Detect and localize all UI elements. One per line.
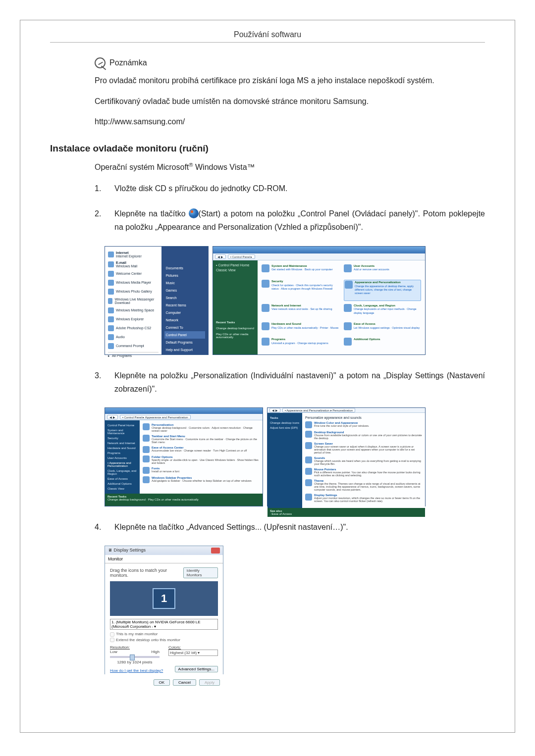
cp-cat-add: Additional Options <box>354 338 380 341</box>
cp-recent-2: Play CDs or other media automatically <box>216 333 255 339</box>
start-icon <box>189 208 199 218</box>
cp-cat-ease-sub: Let Windows suggest settings · Optimize … <box>354 326 420 330</box>
start-welcome: Welcome Center <box>116 272 142 275</box>
pers-r-mouse-sub: Pick a different mouse pointer. You can … <box>314 471 421 477</box>
pers-r-ss-sub: Change your screen saver or adjust when … <box>314 445 415 454</box>
pers-side-sec: Security <box>107 436 137 441</box>
close-icon <box>211 548 220 554</box>
ds-res-high: High <box>152 650 160 654</box>
pers-side-clock: Clock, Language, and Region <box>107 468 137 476</box>
start-recent: Recent Items <box>164 302 205 309</box>
step-3-number: 3. <box>95 369 105 396</box>
step-3-text: Klepněte na položku „Personalization (In… <box>114 369 485 396</box>
ds-chk-main-label: This is my main monitor <box>116 632 158 636</box>
pers-item-fonts-sub: Install or remove a font <box>152 470 179 473</box>
pers-foot-r1: Change desktop background <box>107 498 146 501</box>
ds-monitor-select: 1. (Multiple Monitors) on NVIDIA GeForce… <box>110 619 218 630</box>
ds-res-slider <box>110 656 160 658</box>
start-pics: Pictures <box>164 272 205 279</box>
pers-r-bg-sub: Choose from available backgrounds or col… <box>314 434 422 440</box>
start-connect: Connect To <box>164 324 205 331</box>
pers-item-ease-sub: Accommodate low vision · Change screen r… <box>152 449 247 452</box>
step-4-text: Klepněte na tlačítko „Advanced Settings.… <box>114 520 485 534</box>
ds-chk-extend-label: Extend the desktop onto this monitor <box>116 638 180 642</box>
start-internet-sub: Internet Explorer <box>116 254 142 258</box>
cp-cat-appear-highlight: Appearance and Personalization <box>355 281 401 284</box>
page-title: Používání softwaru <box>50 30 485 43</box>
pers-side-net: Network and Internet <box>107 441 137 446</box>
pers-side-home: Control Panel Home <box>107 423 137 428</box>
step-2-number: 2. <box>95 207 105 234</box>
cp-recent-1: Change desktop background <box>216 327 255 330</box>
screenshot-personalization: ◀ ▶▪ Appearance and Personalization ▸ Pe… <box>267 407 426 506</box>
pers-side-sys: System and Maintenance <box>107 428 137 436</box>
pers-item-task-sub: Customize the Start menu · Customize ico… <box>152 438 257 444</box>
pers-side-user: User Accounts <box>107 455 137 460</box>
ds-ok-button: OK <box>154 679 170 686</box>
step-4-number: 4. <box>95 520 105 534</box>
cp-cat-appear-sub: Change the appearance of desktop theme, … <box>355 285 420 295</box>
note-icon <box>95 57 106 68</box>
cp-address: Control Panel <box>232 255 250 258</box>
start-cp-highlight: Control Panel <box>164 331 205 339</box>
cp-cat-clock: Clock, Language, and Region <box>354 304 395 307</box>
ds-chk-extend <box>110 638 114 642</box>
ds-col-value: Highest (32 bit) <box>170 651 197 655</box>
start-help: Help and Support <box>164 346 205 353</box>
step-1-number: 1. <box>95 182 105 195</box>
start-gallery: Windows Photo Gallery <box>116 290 152 293</box>
start-search: Search <box>164 294 205 302</box>
cp-cat-user-sub: Add or remove user accounts <box>354 268 389 271</box>
start-email-sub: Windows Mail <box>116 264 137 268</box>
pers-side-prog: Programs <box>107 451 137 455</box>
pers-r-theme-sub: Change the theme. Themes can change a wi… <box>314 482 421 491</box>
pers-r-sound-sub: Change which sounds are heard when you d… <box>314 459 421 465</box>
pers-foot-r2: Play CDs or other media automatically <box>148 498 199 501</box>
cp-recent-head: Recent Tasks <box>216 321 235 324</box>
cp-cat-sys: System and Maintenance <box>271 264 307 267</box>
cp-cat-user: User Accounts <box>354 264 374 267</box>
start-all: All Programs <box>112 354 132 357</box>
screenshot-start-menu: InternetInternet Explorer E-mailWindows … <box>105 246 209 355</box>
ds-apply-button: Apply <box>199 679 220 686</box>
cp-side-home: Control Panel Home <box>218 263 249 267</box>
step-2-text: Klepněte na tlačítko (Start) a potom na … <box>114 207 485 234</box>
section-heading: Instalace ovladače monitoru (ruční) <box>50 143 485 154</box>
cp-cat-sec: Security <box>271 280 283 283</box>
pers-tasks: Tasks <box>270 416 278 419</box>
os-suffix: Windows Vista™ <box>193 163 255 171</box>
pers-side-appear: Appearance and Personalization <box>107 461 131 467</box>
note-label: Poznámka <box>109 58 147 67</box>
start-cmd: Command Prompt <box>116 344 144 348</box>
note-url: http://www.samsung.com/ <box>95 115 485 128</box>
start-docs: Documents <box>164 264 205 272</box>
cp-cat-hw-sub: Play CDs or other media automatically · … <box>271 326 338 330</box>
ds-monitor-1: 1 <box>153 588 175 609</box>
cp-cat-clock-sub: Change keyboards or other input methods … <box>354 307 421 314</box>
ds-chk-main <box>110 632 114 637</box>
ds-cancel-button: Cancel <box>173 679 196 686</box>
note-paragraph-1: Pro ovladač monitoru probíhá certifikace… <box>95 74 485 87</box>
pers-item-pers-sub: Change desktop background · Customize co… <box>152 426 253 432</box>
cp-side-classic: Classic View <box>216 268 255 272</box>
start-network: Network <box>164 316 205 324</box>
start-internet: Internet <box>116 251 129 254</box>
screenshot-appearance-personalization: ◀ ▶▪ Control Panel ▸ Appearance and Pers… <box>105 407 263 506</box>
pers-r-color-sub: Fine tune the color and style of your wi… <box>314 424 370 427</box>
ds-col-label: Colors: <box>168 645 181 650</box>
start-wmp: Windows Media Player <box>116 281 151 284</box>
ds-res-label: Resolution: <box>110 645 130 650</box>
ds-res-low: Low <box>110 650 117 654</box>
os-prefix: Operační systém Microsoft <box>95 163 189 171</box>
start-explorer: Windows Explorer <box>116 317 144 321</box>
cp-cat-sec-sub: Check for updates · Check this computer'… <box>271 284 339 291</box>
pers-item-sidebar-sub: Add gadgets to Sidebar · Choose whether … <box>152 479 252 482</box>
pers-addr2: Appearance and Personalization ▸ Persona… <box>286 409 353 412</box>
pers-side-hw: Hardware and Sound <box>107 446 137 451</box>
pers-addr1: Control Panel ▸ Appearance and Personali… <box>124 416 188 419</box>
start-music: Music <box>164 279 205 287</box>
ds-identify-button: Identify Monitors <box>183 567 218 578</box>
pers-r-disp-sub: Adjust your monitor resolution, which ch… <box>314 497 420 503</box>
cp-cat-net-sub: View network status and tasks · Set up f… <box>271 307 332 311</box>
screenshot-control-panel: ◀ ▶▪ Control Panel ▸ • Control Panel Hom… <box>213 246 426 355</box>
